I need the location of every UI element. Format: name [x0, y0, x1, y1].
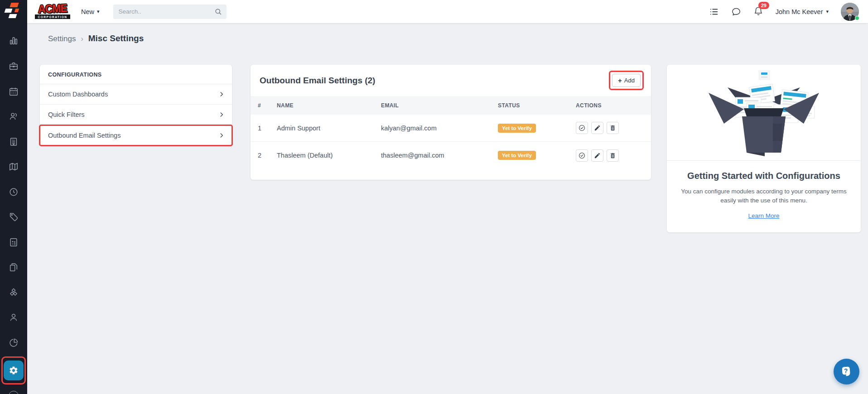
- calendar-icon: [9, 86, 19, 96]
- delete-button[interactable]: [607, 122, 619, 134]
- help-circle-icon: ?: [9, 391, 19, 394]
- getting-started-title: Getting Started with Configurations: [679, 171, 849, 181]
- notification-count-badge: 29: [758, 2, 769, 9]
- trash-icon: [609, 125, 616, 131]
- getting-started-text: You can configure modules according to y…: [679, 187, 849, 205]
- column-header-email: EMAIL: [381, 102, 498, 109]
- clock-icon: [9, 187, 19, 197]
- online-status-dot: [855, 16, 859, 20]
- add-button-label: Add: [624, 77, 635, 84]
- row-actions: [576, 122, 651, 134]
- calculator-icon: [9, 237, 19, 247]
- pie-chart-icon: [9, 338, 19, 348]
- edit-button[interactable]: [591, 122, 603, 134]
- brand-name: ACME: [38, 3, 67, 14]
- bar-chart-icon: [9, 36, 19, 46]
- status-badge: Yet to Verify: [498, 151, 536, 160]
- user-name: John Mc Keever: [776, 8, 823, 15]
- column-header-actions: ACTIONS: [576, 102, 651, 109]
- new-dropdown-button[interactable]: New ▾: [81, 8, 100, 15]
- plus-icon: +: [618, 77, 622, 84]
- verify-button[interactable]: [576, 122, 588, 134]
- row-name: Thasleem (Default): [277, 152, 381, 159]
- status-badge: Yet to Verify: [498, 124, 536, 133]
- illustration-area: [667, 65, 861, 161]
- briefcase-icon: [9, 61, 19, 71]
- row-number: 2: [258, 152, 277, 159]
- documents-icon: [9, 262, 19, 272]
- chat-button[interactable]: [731, 7, 741, 17]
- app-logo[interactable]: [0, 0, 27, 24]
- breadcrumb-settings-link[interactable]: Settings: [48, 34, 76, 43]
- svg-text:?: ?: [844, 367, 848, 374]
- check-circle-icon: [578, 124, 586, 132]
- breadcrumb-separator: ›: [81, 35, 83, 43]
- row-number: 1: [258, 125, 277, 132]
- sidebar: ?: [0, 0, 27, 394]
- company-logo[interactable]: ACME CORPORATION: [35, 5, 70, 19]
- outbound-email-settings-panel: Outbound Email Settings (2) + Add # NAME…: [251, 65, 651, 180]
- row-name: Admin Support: [277, 125, 381, 132]
- config-item-quick-filters[interactable]: Quick Filters: [40, 105, 232, 125]
- sidebar-item-products[interactable]: [0, 283, 27, 303]
- list-icon: [709, 7, 719, 17]
- top-navbar: ACME CORPORATION New ▾ 29 John Mc Keever…: [27, 0, 868, 24]
- page-title: Misc Settings: [88, 34, 144, 43]
- list-view-button[interactable]: [709, 7, 719, 17]
- row-email: kalyan@gmail.com: [381, 125, 498, 132]
- sidebar-item-map[interactable]: [0, 157, 27, 177]
- map-icon: [9, 162, 19, 172]
- column-header-num: #: [258, 102, 277, 109]
- trash-icon: [609, 152, 616, 159]
- sidebar-item-documents[interactable]: [0, 257, 27, 277]
- cubes-icon: [9, 288, 19, 298]
- table-row: 2 Thasleem (Default) thasleem@gmail.com …: [251, 142, 651, 169]
- sidebar-item-history[interactable]: [0, 182, 27, 202]
- getting-started-card: Getting Started with Configurations You …: [667, 65, 861, 232]
- panel-title: Outbound Email Settings (2): [260, 76, 375, 86]
- sidebar-item-users[interactable]: [0, 308, 27, 327]
- config-item-outbound-email-settings[interactable]: Outbound Email Settings: [40, 125, 232, 145]
- configurations-panel: CONFIGURATIONS Custom Dashboards Quick F…: [40, 65, 232, 145]
- sidebar-item-organizations[interactable]: [0, 132, 27, 152]
- verify-button[interactable]: [576, 149, 588, 162]
- chevron-right-icon: [218, 91, 225, 97]
- search-input[interactable]: [119, 8, 214, 15]
- notifications-button[interactable]: 29: [753, 6, 763, 18]
- new-label: New: [81, 8, 94, 15]
- sidebar-item-deals[interactable]: [0, 56, 27, 76]
- learn-more-link[interactable]: Learn More: [748, 212, 779, 219]
- tutorial-highlight-add: + Add: [609, 71, 644, 90]
- add-button[interactable]: + Add: [612, 74, 641, 87]
- open-box-illustration: [696, 69, 832, 156]
- help-fab-button[interactable]: ?: [834, 359, 859, 384]
- help-chat-icon: ?: [840, 365, 854, 379]
- settings-active-background: [4, 360, 24, 380]
- sidebar-item-reports[interactable]: [0, 333, 27, 353]
- sidebar-item-dashboard[interactable]: [0, 31, 27, 51]
- column-header-status: STATUS: [498, 102, 576, 109]
- contacts-icon: [9, 111, 19, 121]
- user-menu[interactable]: John Mc Keever ▾: [776, 8, 829, 15]
- config-item-label: Outbound Email Settings: [48, 132, 121, 139]
- building-icon: [9, 137, 19, 147]
- sidebar-item-calculations[interactable]: [0, 232, 27, 252]
- row-email: thasleem@gmail.com: [381, 152, 498, 159]
- column-header-name: NAME: [277, 102, 381, 109]
- delete-button[interactable]: [607, 149, 619, 162]
- table-header-row: # NAME EMAIL STATUS ACTIONS: [251, 96, 651, 115]
- row-actions: [576, 149, 651, 162]
- sidebar-item-calendar[interactable]: [0, 82, 27, 101]
- sidebar-item-settings[interactable]: [0, 360, 27, 380]
- sidebar-item-help[interactable]: ?: [0, 386, 27, 394]
- table-row: 1 Admin Support kalyan@gmail.com Yet to …: [251, 115, 651, 142]
- edit-button[interactable]: [591, 149, 603, 162]
- config-item-custom-dashboards[interactable]: Custom Dashboards: [40, 84, 232, 105]
- config-item-label: Custom Dashboards: [48, 91, 108, 98]
- caret-down-icon: ▾: [826, 9, 829, 14]
- sidebar-item-tags[interactable]: [0, 207, 27, 227]
- avatar[interactable]: [841, 3, 859, 21]
- global-search: [113, 5, 227, 19]
- chat-bubble-icon: [731, 7, 741, 17]
- sidebar-item-contacts[interactable]: [0, 106, 27, 126]
